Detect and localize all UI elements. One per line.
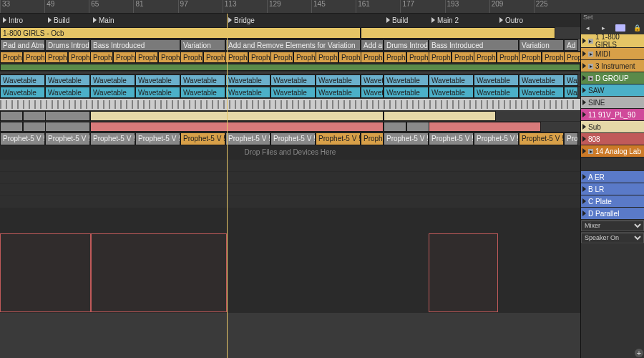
- 808-row[interactable]: [0, 122, 580, 132]
- timeline-ruler[interactable]: 3349658197113129145161177193209225: [0, 0, 644, 14]
- midi-clip[interactable]: [384, 111, 496, 121]
- midi-clip[interactable]: Prophe: [203, 52, 226, 63]
- midi-clip[interactable]: Wavetable: [519, 74, 564, 86]
- midi-clip[interactable]: Prophet-5 V 5: [361, 132, 384, 145]
- midi-clip[interactable]: Prophet-5 V 5: [384, 132, 429, 145]
- midi-clip[interactable]: Prophe: [270, 52, 293, 63]
- play-icon[interactable]: [582, 211, 586, 216]
- midi-clip[interactable]: Prophet-5 V 5: [0, 132, 45, 145]
- midi-clip[interactable]: Prophet-5 V 5: [180, 132, 225, 145]
- track-scene-row[interactable]: 1-800 GIRLS - Ocb: [0, 27, 580, 39]
- locator-row[interactable]: IntroBuildMainBridgeBuildMain 2Outro: [0, 14, 580, 27]
- locator[interactable]: Outro: [497, 14, 526, 26]
- midi-clip[interactable]: Wavetable: [135, 87, 180, 98]
- automation-lane[interactable]: [0, 231, 580, 313]
- section-marker[interactable]: Variation: [519, 39, 564, 51]
- return-track[interactable]: B LR: [581, 183, 644, 195]
- section-marker[interactable]: Variation: [180, 39, 225, 51]
- track-header[interactable]: 11 91V_PL_90: [581, 109, 644, 121]
- midi-clip[interactable]: [90, 111, 384, 121]
- midi-clip[interactable]: Prophe: [135, 52, 158, 63]
- sine-row[interactable]: WavetableWavetableWavetableWavetableWave…: [0, 87, 580, 99]
- section-marker[interactable]: Bass Introduced: [90, 39, 180, 51]
- section-marker[interactable]: Bass Introduced: [429, 39, 519, 51]
- midi-clip[interactable]: Wavetable: [0, 74, 45, 86]
- midi-clip[interactable]: Prophe: [113, 52, 136, 63]
- midi-clip[interactable]: [90, 122, 384, 132]
- midi-clip[interactable]: Wavetable: [474, 74, 519, 86]
- midi-clip[interactable]: Prophe: [497, 52, 519, 63]
- midi-clip[interactable]: Wavetable: [316, 74, 361, 86]
- midi-clip[interactable]: Prophe: [452, 52, 474, 63]
- clip[interactable]: [361, 27, 555, 39]
- drop-target[interactable]: [581, 158, 644, 171]
- midi-clip[interactable]: Prophet-5 V 5: [90, 132, 135, 145]
- section-marker[interactable]: Add an: [361, 39, 384, 51]
- midi-clip[interactable]: Wavetable: [270, 87, 316, 98]
- add-track-button[interactable]: +: [635, 349, 643, 357]
- midi-clip[interactable]: Prophet-5 V 5: [429, 132, 474, 145]
- fold-icon[interactable]: ▸: [588, 64, 593, 69]
- midi-clip[interactable]: Wavetable: [180, 74, 225, 86]
- routing-select[interactable]: Mixer: [581, 221, 644, 231]
- midi-clip[interactable]: Wavetable: [316, 87, 361, 98]
- play-icon[interactable]: [582, 75, 586, 81]
- midi-clip[interactable]: Prophe: [361, 52, 384, 63]
- midi-clip[interactable]: Prophet-5 V 5: [519, 132, 564, 145]
- clip[interactable]: [0, 64, 580, 71]
- play-icon[interactable]: [582, 136, 586, 142]
- fold-icon[interactable]: ▸: [588, 52, 593, 57]
- midi-clip[interactable]: Prophe: [90, 52, 113, 63]
- midi-clip[interactable]: Prophe: [542, 52, 565, 63]
- play-icon[interactable]: [582, 198, 586, 204]
- midi-clip[interactable]: Prophet-5 V 5: [316, 132, 361, 145]
- midi-clip[interactable]: [0, 111, 23, 121]
- routing-select[interactable]: Speaker On: [581, 233, 644, 243]
- midi-clip[interactable]: Prophe: [158, 52, 181, 63]
- locator[interactable]: Build: [384, 14, 411, 26]
- play-icon[interactable]: [582, 148, 586, 154]
- midi-clip[interactable]: Prophe: [564, 52, 580, 63]
- midi-clip[interactable]: Prophe: [293, 52, 316, 63]
- play-icon[interactable]: [582, 112, 586, 117]
- midi-clip[interactable]: [429, 122, 541, 132]
- midi-clip[interactable]: Prophe: [248, 52, 271, 63]
- midi-clip[interactable]: Prophe: [225, 52, 248, 63]
- midi-clip[interactable]: Wavetable: [519, 87, 564, 98]
- midi-map-button[interactable]: [615, 24, 625, 32]
- fold-icon[interactable]: ▸: [588, 149, 593, 154]
- locator[interactable]: Bridge: [225, 14, 258, 26]
- midi-clip[interactable]: Wavetable: [45, 74, 90, 86]
- locator[interactable]: Main: [90, 14, 117, 26]
- track-header[interactable]: ▸MIDI: [581, 48, 644, 60]
- locator[interactable]: Main 2: [429, 14, 462, 26]
- midi-clip[interactable]: Prophe: [429, 52, 452, 63]
- fwd-icon[interactable]: ▸: [600, 24, 608, 32]
- play-icon[interactable]: [582, 174, 586, 180]
- midi-clip[interactable]: [45, 122, 90, 132]
- midi-clip[interactable]: Prophe: [180, 52, 203, 63]
- track-header[interactable]: ▸14 Analog Lab: [581, 145, 644, 158]
- play-icon[interactable]: [582, 87, 586, 93]
- locator[interactable]: Build: [45, 14, 72, 26]
- midi-clip[interactable]: Prophe: [384, 52, 406, 63]
- pattern-row[interactable]: [0, 99, 580, 111]
- group-row[interactable]: [0, 64, 580, 72]
- midi-clip[interactable]: Prophe: [23, 52, 46, 63]
- automation-envelope[interactable]: [0, 233, 92, 312]
- midi-clip[interactable]: Wavetable: [361, 87, 384, 98]
- midi-clip[interactable]: Wavetable: [564, 87, 578, 98]
- play-icon[interactable]: [582, 186, 586, 192]
- midi-clip[interactable]: [45, 111, 90, 121]
- clip[interactable]: 1-800 GIRLS - Ocb: [0, 27, 361, 39]
- play-icon[interactable]: [582, 51, 586, 57]
- midi-clip[interactable]: Wavetable: [90, 74, 135, 86]
- back-icon[interactable]: ◂: [583, 24, 592, 32]
- playhead[interactable]: [227, 14, 228, 358]
- fold-icon[interactable]: ▸: [588, 76, 593, 81]
- midi-clip[interactable]: Prophe: [68, 52, 91, 63]
- midi-clip[interactable]: [406, 122, 429, 132]
- midi-clip[interactable]: Wavetable: [384, 87, 429, 98]
- locator[interactable]: Intro: [0, 14, 26, 26]
- midi-clip[interactable]: Prophe: [45, 52, 68, 63]
